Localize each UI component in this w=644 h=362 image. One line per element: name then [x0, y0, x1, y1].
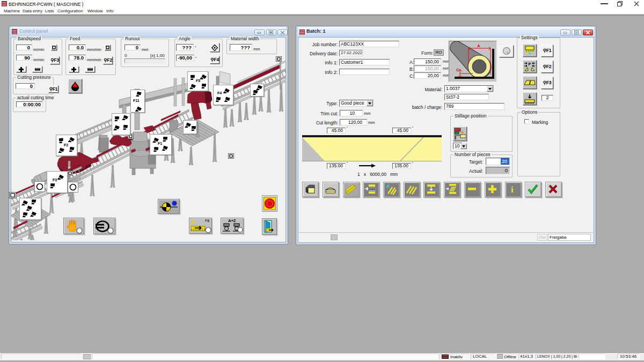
svg-text:i: i	[511, 185, 514, 194]
svg-text:C: C	[456, 68, 459, 72]
svg-text:A: A	[477, 43, 480, 48]
svg-text:P: P	[529, 62, 531, 66]
